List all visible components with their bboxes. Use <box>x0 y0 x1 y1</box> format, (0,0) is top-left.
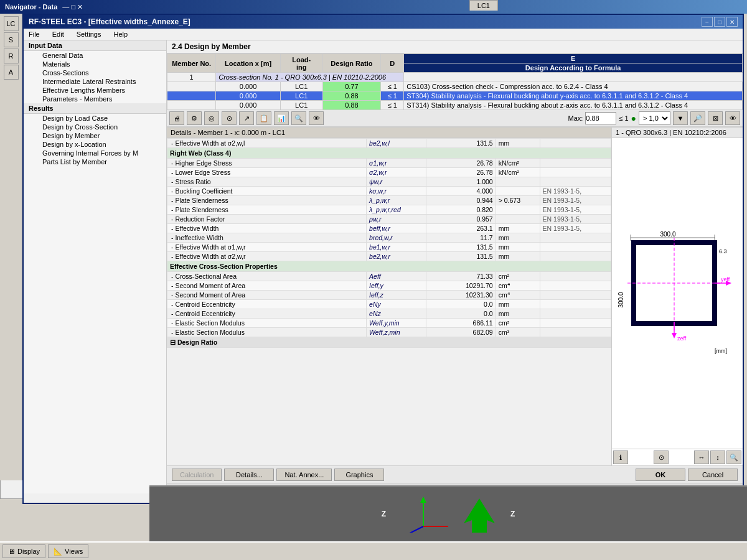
row-member <box>167 101 216 110</box>
row-location: 0.000 <box>216 82 281 91</box>
max-value-input[interactable] <box>585 112 616 124</box>
details-row: ⊟ Design Ratio <box>167 337 611 348</box>
detail-ref <box>540 159 611 168</box>
cross-section-area: 300.0 300.0 <box>612 138 743 449</box>
lc1-tab-area: LC1 <box>469 0 498 11</box>
rf-minimize-btn[interactable]: − <box>702 17 713 27</box>
design-table-body: 1 Cross-section No. 1 - QRO 300x6.3 | EN… <box>167 73 743 110</box>
detail-unit: kN/cm² <box>496 168 540 177</box>
details-row: - Higher Edge Stress σ1,w,r 26.78 kN/cm² <box>167 159 611 168</box>
detail-ref <box>540 291 611 300</box>
filter-select[interactable]: > 1,0 > 0.9 All <box>639 111 670 125</box>
sidebar-general-data[interactable]: General Data <box>24 51 166 60</box>
rf-close-btn[interactable]: ✕ <box>726 17 738 27</box>
sidebar-design-load-case[interactable]: Design by Load Case <box>24 114 166 123</box>
rf-steel-window: RF-STEEL EC3 - [Effective widths_Annexe_… <box>22 14 744 504</box>
rf-title-buttons: − □ ✕ <box>702 17 738 27</box>
sidebar-effective-lengths[interactable]: Effective Lengths Members <box>24 86 166 95</box>
z-label: Z <box>382 510 386 518</box>
nat-annex-btn[interactable]: Nat. Annex... <box>276 469 332 481</box>
svg-text:6.3: 6.3 <box>719 248 727 254</box>
cs-copy-btn[interactable]: ⊙ <box>654 450 669 464</box>
calculation-btn[interactable]: Calculation <box>172 469 222 481</box>
detail-label: - Effective Width at σ2,w,r <box>167 252 367 261</box>
cs-right-btns: ↔ ↕ 🔍 <box>694 450 741 464</box>
view-btn[interactable]: 👁 <box>725 111 740 125</box>
graphics-btn[interactable]: Graphics <box>334 469 384 481</box>
cs-info-btn[interactable]: ℹ <box>613 450 628 464</box>
cancel-btn[interactable]: Cancel <box>688 469 738 481</box>
detail-symbol: Ieff,z <box>367 291 426 300</box>
menu-edit[interactable]: Edit <box>50 30 67 39</box>
detail-value: 131.5 <box>426 243 496 252</box>
svg-marker-11 <box>672 333 677 338</box>
row-member: 1 <box>167 73 216 82</box>
left-icon-strip: LC S R A <box>0 14 22 480</box>
details-btn[interactable]: Details... <box>224 469 274 481</box>
detail-unit <box>496 177 540 187</box>
taskbar-views-btn[interactable]: 📐 Views <box>48 544 88 558</box>
ok-btn[interactable]: OK <box>636 469 685 481</box>
design-table-container[interactable]: Member No. Location x [m] Load-ing Desig… <box>167 54 743 110</box>
detail-label: - Higher Edge Stress <box>167 159 367 168</box>
detail-label: - Elastic Section Modulus <box>167 328 367 337</box>
toolbar-btn-5[interactable]: ↗ <box>239 111 254 125</box>
sidebar-design-member[interactable]: Design by Member <box>24 131 166 140</box>
results-section: Results <box>24 103 166 114</box>
navigator-title: Navigator - Data <box>5 3 57 11</box>
row-member <box>167 82 216 91</box>
detail-ref <box>540 233 611 243</box>
toolbar-btn-6[interactable]: 📋 <box>256 111 271 125</box>
menu-file[interactable]: File <box>26 30 42 39</box>
detail-symbol: Weff,y,min <box>367 319 426 328</box>
row-formula: Cross-section No. 1 - QRO 300x6.3 | EN 1… <box>216 73 404 82</box>
detail-unit: cm² <box>496 272 540 281</box>
detail-label: - Lower Edge Stress <box>167 168 367 177</box>
detail-value: 263.1 <box>426 224 496 233</box>
th-col-e: E <box>404 54 743 63</box>
rf-maximize-btn[interactable]: □ <box>714 17 725 27</box>
detail-value: 682.09 <box>426 328 496 337</box>
cs-btn-3[interactable]: 🔍 <box>726 450 741 464</box>
toolbar-btn-1[interactable]: 🖨 <box>169 111 184 125</box>
details-row: - Stress Ratio ψw,r 1.000 <box>167 177 611 187</box>
menu-settings[interactable]: Settings <box>74 30 104 39</box>
strip-btn-2[interactable]: S <box>4 32 19 47</box>
strip-btn-1[interactable]: LC <box>4 16 19 31</box>
sidebar-parameters-members[interactable]: Parameters - Members <box>24 95 166 103</box>
sidebar-materials[interactable]: Materials <box>24 60 166 68</box>
sidebar-cross-sections[interactable]: Cross-Sections <box>24 68 166 77</box>
toolbar-btn-9[interactable]: 👁 <box>309 111 324 125</box>
highlight-btn[interactable]: ⊠ <box>708 111 723 125</box>
menu-help[interactable]: Help <box>111 30 130 39</box>
details-row: - Second Moment of Area Ieff,z 10231.30 … <box>167 291 611 300</box>
toolbar-btn-2[interactable]: ⚙ <box>187 111 202 125</box>
detail-unit: mm <box>496 252 540 261</box>
sidebar-design-x-location[interactable]: Design by x-Location <box>24 140 166 149</box>
detail-ref <box>540 139 611 148</box>
detail-unit: cm⁴ <box>496 291 540 300</box>
cs-btn-1[interactable]: ↔ <box>694 450 709 464</box>
detail-symbol: bred,w,r <box>367 233 426 243</box>
sidebar-design-cross-section[interactable]: Design by Cross-Section <box>24 123 166 131</box>
strip-btn-3[interactable]: R <box>4 49 19 63</box>
filter-btn[interactable]: ▼ <box>673 111 688 125</box>
sidebar-parts-list[interactable]: Parts List by Member <box>24 157 166 166</box>
svg-text:[mm]: [mm] <box>715 348 727 354</box>
sidebar-intermediate-lateral[interactable]: Intermediate Lateral Restraints <box>24 77 166 86</box>
cs-btn-2[interactable]: ↕ <box>710 450 725 464</box>
toolbar-btn-3[interactable]: ◎ <box>204 111 219 125</box>
taskbar-display-btn[interactable]: 🖥 Display <box>2 544 45 558</box>
detail-unit: cm³ <box>496 328 540 337</box>
strip-btn-4[interactable]: A <box>4 65 19 80</box>
detail-unit: cm³ <box>496 319 540 328</box>
toolbar-btn-4[interactable]: ⊙ <box>222 111 237 125</box>
toolbar-btn-7[interactable]: 📊 <box>274 111 289 125</box>
sidebar-governing-internal[interactable]: Governing Internal Forces by M <box>24 149 166 157</box>
toolbar-btn-8[interactable]: 🔍 <box>291 111 306 125</box>
detail-label: - Plate Slenderness <box>167 196 367 205</box>
zoom-btn[interactable]: 🔎 <box>690 111 705 125</box>
lc1-tab[interactable]: LC1 <box>469 0 498 11</box>
cross-section-toolbar: ℹ ⊙ ↔ ↕ 🔍 <box>612 449 743 465</box>
details-row: Right Web (Class 4) <box>167 148 611 159</box>
